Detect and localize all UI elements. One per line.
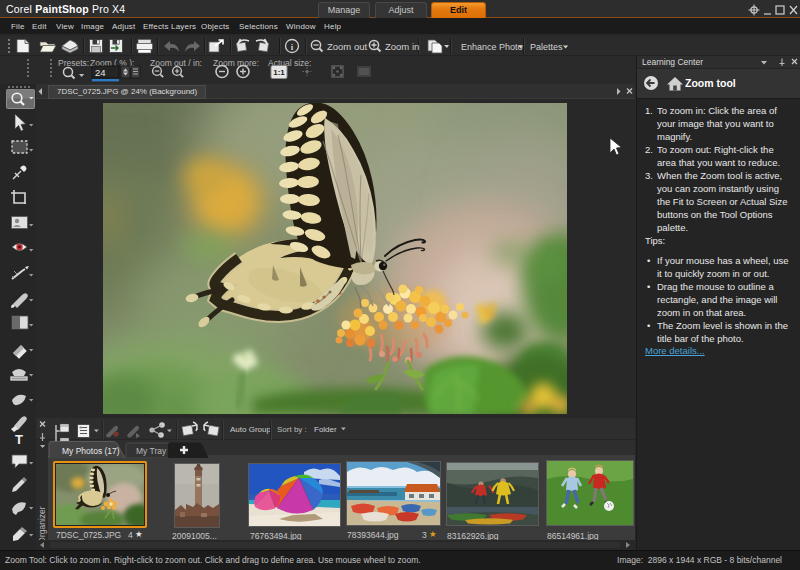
svg-text:Enhance Photo: Enhance Photo — [461, 42, 523, 52]
svg-text:Sort by :: Sort by : — [277, 425, 307, 434]
svg-text:Palettes: Palettes — [530, 42, 563, 52]
svg-text:My Photos (17): My Photos (17) — [62, 446, 120, 456]
svg-text:My Tray: My Tray — [136, 446, 167, 456]
svg-text:Folder: Folder — [314, 425, 337, 434]
svg-text:Zoom out: Zoom out — [327, 41, 367, 52]
svg-text:i: i — [291, 42, 294, 52]
svg-text:1:1: 1:1 — [273, 68, 285, 77]
svg-text:Auto Group: Auto Group — [230, 425, 271, 434]
svg-text:T: T — [15, 432, 23, 447]
svg-text:24: 24 — [95, 67, 106, 78]
svg-text:Zoom in: Zoom in — [385, 41, 419, 52]
